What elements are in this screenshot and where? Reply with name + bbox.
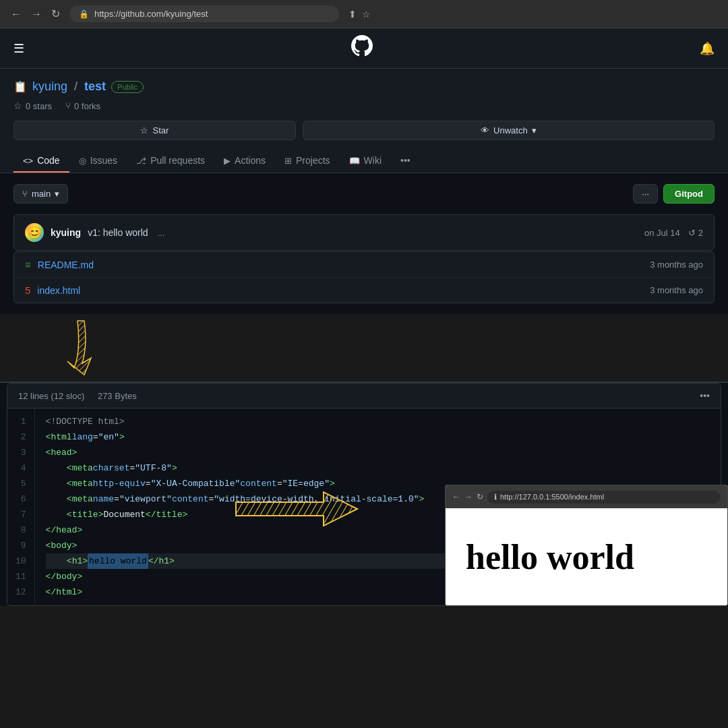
- commit-left: 😊 kyuing v1: hello world ...: [25, 223, 164, 242]
- line-num-9: 9: [16, 538, 26, 553]
- commit-history[interactable]: ↺ 2: [688, 228, 703, 238]
- preview-refresh-btn[interactable]: ↻: [477, 492, 483, 502]
- code-size: 273 Bytes: [98, 391, 137, 401]
- line-num-6: 6: [16, 491, 26, 507]
- fork-icon: ⑂: [65, 100, 71, 111]
- address-bar[interactable]: 🔒 https://github.com/kyuing/test: [69, 5, 339, 22]
- notification-bell-icon[interactable]: 🔔: [700, 41, 715, 56]
- commit-author[interactable]: kyuing: [51, 227, 81, 238]
- code-options-icon[interactable]: •••: [700, 390, 710, 401]
- tab-code-label: Code: [37, 155, 59, 166]
- line-num-8: 8: [16, 522, 26, 538]
- line-num-7: 7: [16, 507, 26, 522]
- nav-buttons: ← → ↻: [8, 6, 63, 22]
- line-num-4: 4: [16, 460, 26, 476]
- preview-back-btn[interactable]: ←: [452, 492, 460, 502]
- preview-forward-btn[interactable]: →: [464, 492, 473, 502]
- code-meta: 12 lines (12 sloc) 273 Bytes: [18, 391, 148, 401]
- projects-icon: ⊞: [284, 156, 292, 166]
- repo-separator: /: [74, 80, 78, 94]
- file-left-html: 5 index.html: [25, 284, 80, 296]
- address-url: https://github.com/kyuing/test: [94, 9, 208, 19]
- stars-count: 0 stars: [26, 101, 52, 111]
- gitpod-button[interactable]: Gitpod: [663, 184, 715, 204]
- bookmark-icon[interactable]: ☆: [362, 9, 371, 20]
- page-wrapper: ← → ↻ 🔒 https://github.com/kyuing/test ⬆…: [0, 0, 728, 728]
- filename-html: index.html: [37, 285, 80, 296]
- right-arrow-svg: [229, 482, 364, 536]
- repo-title: 📋 kyuing / test Public: [13, 80, 715, 94]
- readme-icon: ≡: [25, 259, 31, 270]
- annotation-area: [0, 314, 728, 382]
- tab-issues[interactable]: ◎ Issues: [69, 150, 127, 173]
- tab-more[interactable]: •••: [391, 150, 420, 173]
- preview-content: hello world: [446, 508, 727, 605]
- preview-browser-bar: ← → ↻ ℹ http://127.0.0.1:5500/index.html: [446, 485, 727, 508]
- tab-issues-label: Issues: [90, 155, 117, 166]
- stars-stat[interactable]: ☆ 0 stars: [13, 100, 52, 111]
- tab-actions[interactable]: ▶ Actions: [214, 150, 275, 173]
- html-icon: 5: [25, 284, 30, 296]
- forward-button[interactable]: →: [28, 7, 44, 22]
- star-button[interactable]: ☆ Star: [13, 121, 296, 140]
- repo-owner-link[interactable]: kyuing: [32, 80, 67, 94]
- file-row-readme[interactable]: ≡ README.md 3 months ago: [14, 252, 714, 278]
- line-num-3: 3: [16, 445, 26, 460]
- right-arrow-annotation: [229, 482, 364, 539]
- repo-book-icon: 📋: [13, 80, 27, 93]
- branch-actions: ··· Gitpod: [633, 184, 715, 204]
- preview-address-bar[interactable]: ℹ http://127.0.0.1:5500/index.html: [487, 491, 721, 504]
- tab-projects-label: Projects: [296, 155, 330, 166]
- file-date-html: 3 months ago: [650, 285, 703, 295]
- tab-pull-requests[interactable]: ⎇ Pull requests: [127, 150, 214, 173]
- code-line-3: <head>: [46, 445, 710, 460]
- share-icon[interactable]: ⬆: [348, 9, 357, 20]
- tab-pr-label: Pull requests: [150, 155, 205, 166]
- more-icon: •••: [400, 155, 411, 166]
- code-line-1: <!DOCTYPE html>: [46, 414, 710, 429]
- github-topnav: ☰ 🔔: [0, 28, 728, 69]
- forks-stat[interactable]: ⑂ 0 forks: [65, 100, 100, 111]
- filename-readme: README.md: [38, 260, 94, 270]
- tab-actions-label: Actions: [235, 155, 266, 166]
- repo-name-link[interactable]: test: [84, 80, 106, 94]
- file-date-readme: 3 months ago: [650, 260, 703, 270]
- tab-projects[interactable]: ⊞ Projects: [275, 150, 340, 173]
- preview-url: http://127.0.0.1:5500/index.html: [500, 493, 604, 501]
- line-num-11: 11: [16, 569, 26, 584]
- code-header: 12 lines (12 sloc) 273 Bytes •••: [7, 384, 721, 408]
- watch-dropdown-icon: ▾: [532, 125, 537, 135]
- repo-header: 📋 kyuing / test Public ☆ 0 stars ⑂ 0 for…: [0, 69, 728, 173]
- back-button[interactable]: ←: [8, 7, 24, 22]
- avatar: 😊: [25, 223, 44, 242]
- line-num-5: 5: [16, 476, 26, 491]
- issues-icon: ◎: [79, 156, 86, 166]
- refresh-button[interactable]: ↻: [49, 6, 63, 22]
- branch-dropdown-icon: ▾: [55, 189, 59, 199]
- branch-selector[interactable]: ⑂ main ▾: [13, 184, 68, 204]
- visibility-badge: Public: [111, 81, 144, 93]
- star-icon: ☆: [13, 100, 22, 111]
- bottom-section: 12 lines (12 sloc) 273 Bytes ••• 1 2 3 4…: [0, 382, 728, 606]
- hamburger-menu-icon[interactable]: ☰: [13, 41, 24, 56]
- preview-area: ← → ↻ ℹ http://127.0.0.1:5500/index.html…: [445, 485, 728, 606]
- code-lines-info: 12 lines (12 sloc): [18, 391, 84, 401]
- repo-tabs: <> Code ◎ Issues ⎇ Pull requests ▶ Actio…: [13, 150, 715, 173]
- address-bar-actions: ⬆ ☆: [348, 9, 371, 20]
- tab-wiki[interactable]: 📖 Wiki: [340, 150, 391, 173]
- tab-wiki-label: Wiki: [364, 155, 382, 166]
- tab-code[interactable]: <> Code: [13, 150, 69, 173]
- watch-button[interactable]: 👁 Unwatch ▾: [303, 121, 715, 140]
- ellipsis-button[interactable]: ···: [633, 184, 658, 204]
- preview-lock-icon: ℹ: [494, 493, 497, 502]
- wiki-icon: 📖: [349, 156, 360, 166]
- repo-actions: ☆ Star 👁 Unwatch ▾: [13, 121, 715, 140]
- commit-dots[interactable]: ...: [158, 228, 165, 238]
- star-btn-icon: ☆: [140, 125, 148, 135]
- commit-date: on Jul 14: [644, 228, 680, 238]
- down-arrow-annotation: [40, 317, 121, 378]
- file-row-html[interactable]: 5 index.html 3 months ago: [14, 278, 714, 303]
- commit-count: 2: [698, 228, 703, 238]
- eye-icon: 👁: [481, 125, 489, 135]
- commit-message: v1: hello world: [88, 227, 148, 238]
